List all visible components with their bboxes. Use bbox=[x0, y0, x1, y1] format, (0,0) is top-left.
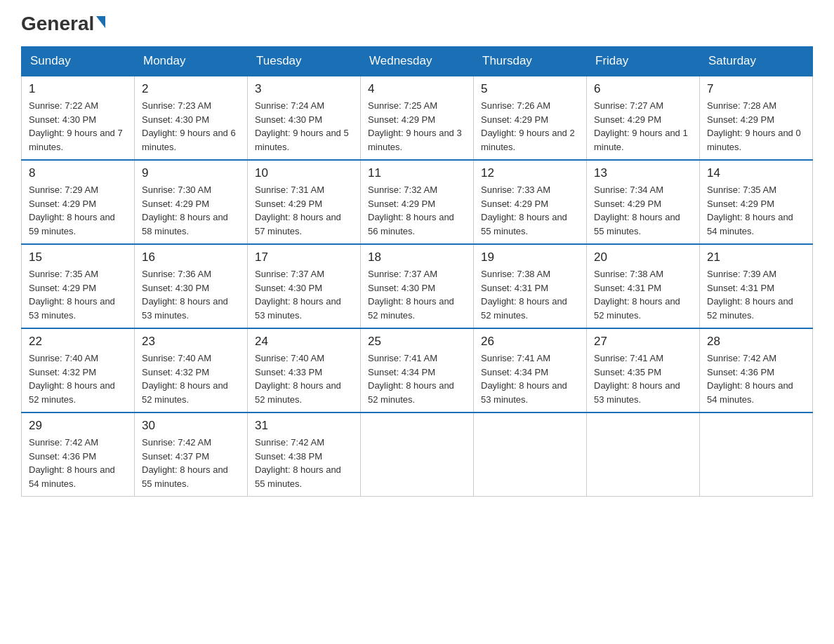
cell-info: Sunrise: 7:40 AMSunset: 4:32 PMDaylight:… bbox=[29, 351, 127, 406]
cell-date: 28 bbox=[707, 335, 805, 349]
cell-date: 2 bbox=[142, 82, 240, 96]
calendar-cell: 2Sunrise: 7:23 AMSunset: 4:30 PMDaylight… bbox=[135, 76, 248, 160]
calendar-cell: 28Sunrise: 7:42 AMSunset: 4:36 PMDayligh… bbox=[700, 328, 813, 412]
day-header-thursday: Thursday bbox=[474, 47, 587, 76]
cell-date: 9 bbox=[142, 166, 240, 180]
cell-info: Sunrise: 7:33 AMSunset: 4:29 PMDaylight:… bbox=[481, 183, 579, 238]
cell-date: 3 bbox=[255, 82, 353, 96]
calendar-cell: 10Sunrise: 7:31 AMSunset: 4:29 PMDayligh… bbox=[248, 160, 361, 244]
calendar-cell: 25Sunrise: 7:41 AMSunset: 4:34 PMDayligh… bbox=[361, 328, 474, 412]
cell-date: 17 bbox=[255, 250, 353, 264]
cell-date: 30 bbox=[142, 419, 240, 433]
cell-info: Sunrise: 7:41 AMSunset: 4:34 PMDaylight:… bbox=[368, 351, 466, 406]
calendar-cell: 21Sunrise: 7:39 AMSunset: 4:31 PMDayligh… bbox=[700, 244, 813, 328]
cell-date: 25 bbox=[368, 335, 466, 349]
calendar-cell: 5Sunrise: 7:26 AMSunset: 4:29 PMDaylight… bbox=[474, 76, 587, 160]
page-header: General bbox=[21, 14, 813, 32]
calendar-cell: 12Sunrise: 7:33 AMSunset: 4:29 PMDayligh… bbox=[474, 160, 587, 244]
day-header-friday: Friday bbox=[587, 47, 700, 76]
cell-date: 21 bbox=[707, 250, 805, 264]
cell-date: 16 bbox=[142, 250, 240, 264]
cell-info: Sunrise: 7:37 AMSunset: 4:30 PMDaylight:… bbox=[255, 267, 353, 322]
cell-date: 23 bbox=[142, 335, 240, 349]
cell-info: Sunrise: 7:41 AMSunset: 4:34 PMDaylight:… bbox=[481, 351, 579, 406]
calendar-cell: 19Sunrise: 7:38 AMSunset: 4:31 PMDayligh… bbox=[474, 244, 587, 328]
calendar-cell: 26Sunrise: 7:41 AMSunset: 4:34 PMDayligh… bbox=[474, 328, 587, 412]
calendar-cell: 9Sunrise: 7:30 AMSunset: 4:29 PMDaylight… bbox=[135, 160, 248, 244]
day-header-saturday: Saturday bbox=[700, 47, 813, 76]
cell-date: 6 bbox=[594, 82, 692, 96]
cell-info: Sunrise: 7:24 AMSunset: 4:30 PMDaylight:… bbox=[255, 99, 353, 154]
cell-date: 18 bbox=[368, 250, 466, 264]
calendar-cell bbox=[474, 412, 587, 497]
calendar-cell: 29Sunrise: 7:42 AMSunset: 4:36 PMDayligh… bbox=[22, 412, 135, 497]
calendar-cell bbox=[587, 412, 700, 497]
calendar-cell: 31Sunrise: 7:42 AMSunset: 4:38 PMDayligh… bbox=[248, 412, 361, 497]
cell-date: 20 bbox=[594, 250, 692, 264]
cell-date: 15 bbox=[29, 250, 127, 264]
calendar-cell: 24Sunrise: 7:40 AMSunset: 4:33 PMDayligh… bbox=[248, 328, 361, 412]
calendar-cell: 8Sunrise: 7:29 AMSunset: 4:29 PMDaylight… bbox=[22, 160, 135, 244]
cell-date: 27 bbox=[594, 335, 692, 349]
calendar-cell: 1Sunrise: 7:22 AMSunset: 4:30 PMDaylight… bbox=[22, 76, 135, 160]
calendar-cell: 11Sunrise: 7:32 AMSunset: 4:29 PMDayligh… bbox=[361, 160, 474, 244]
cell-date: 12 bbox=[481, 166, 579, 180]
cell-info: Sunrise: 7:39 AMSunset: 4:31 PMDaylight:… bbox=[707, 267, 805, 322]
cell-info: Sunrise: 7:35 AMSunset: 4:29 PMDaylight:… bbox=[29, 267, 127, 322]
logo-text: General bbox=[21, 14, 105, 34]
cell-info: Sunrise: 7:41 AMSunset: 4:35 PMDaylight:… bbox=[594, 351, 692, 406]
cell-date: 10 bbox=[255, 166, 353, 180]
cell-date: 19 bbox=[481, 250, 579, 264]
cell-info: Sunrise: 7:40 AMSunset: 4:33 PMDaylight:… bbox=[255, 351, 353, 406]
week-row-4: 22Sunrise: 7:40 AMSunset: 4:32 PMDayligh… bbox=[22, 328, 813, 412]
calendar-cell: 17Sunrise: 7:37 AMSunset: 4:30 PMDayligh… bbox=[248, 244, 361, 328]
cell-info: Sunrise: 7:27 AMSunset: 4:29 PMDaylight:… bbox=[594, 99, 692, 154]
calendar-cell: 3Sunrise: 7:24 AMSunset: 4:30 PMDaylight… bbox=[248, 76, 361, 160]
cell-info: Sunrise: 7:26 AMSunset: 4:29 PMDaylight:… bbox=[481, 99, 579, 154]
calendar-cell bbox=[361, 412, 474, 497]
calendar-cell: 13Sunrise: 7:34 AMSunset: 4:29 PMDayligh… bbox=[587, 160, 700, 244]
cell-date: 29 bbox=[29, 419, 127, 433]
cell-date: 11 bbox=[368, 166, 466, 180]
calendar-table: SundayMondayTuesdayWednesdayThursdayFrid… bbox=[21, 46, 813, 497]
day-header-sunday: Sunday bbox=[22, 47, 135, 76]
calendar-cell: 20Sunrise: 7:38 AMSunset: 4:31 PMDayligh… bbox=[587, 244, 700, 328]
cell-date: 14 bbox=[707, 166, 805, 180]
cell-date: 24 bbox=[255, 335, 353, 349]
logo: General bbox=[21, 14, 105, 32]
cell-date: 5 bbox=[481, 82, 579, 96]
calendar-cell: 7Sunrise: 7:28 AMSunset: 4:29 PMDaylight… bbox=[700, 76, 813, 160]
week-row-5: 29Sunrise: 7:42 AMSunset: 4:36 PMDayligh… bbox=[22, 412, 813, 497]
cell-info: Sunrise: 7:42 AMSunset: 4:36 PMDaylight:… bbox=[29, 436, 127, 490]
cell-date: 7 bbox=[707, 82, 805, 96]
calendar-cell: 6Sunrise: 7:27 AMSunset: 4:29 PMDaylight… bbox=[587, 76, 700, 160]
cell-date: 13 bbox=[594, 166, 692, 180]
cell-info: Sunrise: 7:42 AMSunset: 4:36 PMDaylight:… bbox=[707, 351, 805, 406]
calendar-cell: 22Sunrise: 7:40 AMSunset: 4:32 PMDayligh… bbox=[22, 328, 135, 412]
cell-info: Sunrise: 7:23 AMSunset: 4:30 PMDaylight:… bbox=[142, 99, 240, 154]
day-header-monday: Monday bbox=[135, 47, 248, 76]
calendar-cell: 15Sunrise: 7:35 AMSunset: 4:29 PMDayligh… bbox=[22, 244, 135, 328]
cell-info: Sunrise: 7:34 AMSunset: 4:29 PMDaylight:… bbox=[594, 183, 692, 238]
cell-info: Sunrise: 7:30 AMSunset: 4:29 PMDaylight:… bbox=[142, 183, 240, 238]
calendar-cell: 16Sunrise: 7:36 AMSunset: 4:30 PMDayligh… bbox=[135, 244, 248, 328]
calendar-cell: 14Sunrise: 7:35 AMSunset: 4:29 PMDayligh… bbox=[700, 160, 813, 244]
cell-date: 31 bbox=[255, 419, 353, 433]
cell-date: 4 bbox=[368, 82, 466, 96]
cell-info: Sunrise: 7:37 AMSunset: 4:30 PMDaylight:… bbox=[368, 267, 466, 322]
week-row-2: 8Sunrise: 7:29 AMSunset: 4:29 PMDaylight… bbox=[22, 160, 813, 244]
week-row-1: 1Sunrise: 7:22 AMSunset: 4:30 PMDaylight… bbox=[22, 76, 813, 160]
cell-info: Sunrise: 7:29 AMSunset: 4:29 PMDaylight:… bbox=[29, 183, 127, 238]
day-header-tuesday: Tuesday bbox=[248, 47, 361, 76]
day-header-wednesday: Wednesday bbox=[361, 47, 474, 76]
calendar-cell bbox=[700, 412, 813, 497]
cell-info: Sunrise: 7:42 AMSunset: 4:38 PMDaylight:… bbox=[255, 436, 353, 490]
cell-info: Sunrise: 7:35 AMSunset: 4:29 PMDaylight:… bbox=[707, 183, 805, 238]
cell-info: Sunrise: 7:38 AMSunset: 4:31 PMDaylight:… bbox=[594, 267, 692, 322]
calendar-cell: 27Sunrise: 7:41 AMSunset: 4:35 PMDayligh… bbox=[587, 328, 700, 412]
cell-date: 22 bbox=[29, 335, 127, 349]
calendar-cell: 30Sunrise: 7:42 AMSunset: 4:37 PMDayligh… bbox=[135, 412, 248, 497]
cell-date: 26 bbox=[481, 335, 579, 349]
calendar-cell: 18Sunrise: 7:37 AMSunset: 4:30 PMDayligh… bbox=[361, 244, 474, 328]
cell-info: Sunrise: 7:31 AMSunset: 4:29 PMDaylight:… bbox=[255, 183, 353, 238]
